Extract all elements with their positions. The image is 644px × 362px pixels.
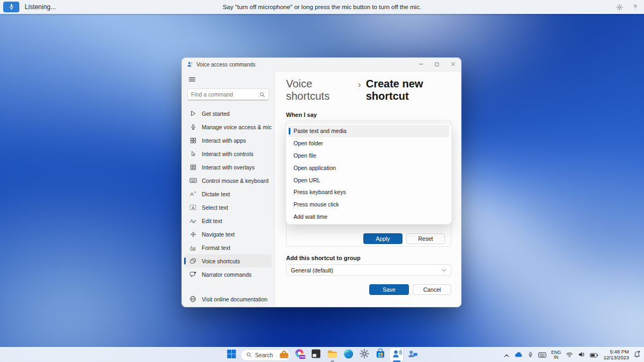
help-icon[interactable] <box>632 4 639 11</box>
taskbar-app-snipping-app[interactable] <box>310 348 323 361</box>
tray-icon-onedrive-cloud[interactable] <box>514 350 523 360</box>
tray-icon-chevron-up[interactable] <box>504 350 509 360</box>
voice-hint-text: Say "turn off microphone" or long press … <box>223 4 421 10</box>
window-title: Voice access commands <box>196 62 255 68</box>
dropdown-option-press-keyboard-keys[interactable]: Press keyboard keys <box>288 186 449 198</box>
svg-text:PRE: PRE <box>301 356 305 358</box>
action-type-dropdown: Paste text and media Open folder Open fi… <box>286 123 452 225</box>
selection-indicator <box>289 128 290 135</box>
titlebar[interactable]: Voice access commands <box>182 58 461 71</box>
cancel-button[interactable]: Cancel <box>413 284 451 295</box>
chevron-up-icon <box>504 350 509 360</box>
reset-button[interactable]: Reset <box>406 233 445 244</box>
breadcrumb-parent[interactable]: Voice shortcuts <box>286 78 353 102</box>
maximize-button[interactable] <box>429 58 445 71</box>
svg-text:A: A <box>192 205 194 210</box>
sidebar-item-voice-shortcuts[interactable]: Voice shortcuts <box>185 254 272 268</box>
chevron-down-icon <box>442 269 447 272</box>
sidebar-item-control-mouse-keyboard[interactable]: Control mouse & keyboard <box>185 174 272 187</box>
tray-icon-wifi[interactable] <box>566 350 573 360</box>
dropdown-option-paste-text-and-media[interactable]: Paste text and media <box>288 125 449 137</box>
save-button[interactable]: Save <box>369 284 409 295</box>
voice-access-commands-window: Voice access commands Get started <box>181 57 462 307</box>
microphone-icon <box>9 2 14 12</box>
navigate-icon <box>189 231 197 238</box>
dropdown-option-open-application[interactable]: Open application <box>288 161 449 174</box>
tray-icon-battery[interactable] <box>590 350 598 360</box>
close-button[interactable] <box>445 58 461 71</box>
search-icon <box>246 352 252 358</box>
taskbar-app-voice-access-app[interactable] <box>390 348 404 361</box>
notification-center-button[interactable] <box>634 350 640 360</box>
sidebar-item-interact-with-overlays[interactable]: Interact with overlays <box>185 160 272 174</box>
dropdown-option-open-folder[interactable]: Open folder <box>288 137 449 150</box>
sidebar-item-select-text[interactable]: A Select text <box>185 201 272 214</box>
sidebar-footer-item-download-local-copy[interactable]: Download local copy <box>185 306 272 307</box>
taskbar-app-paint-app[interactable]: PRE <box>294 348 307 361</box>
microphone-button[interactable] <box>3 2 19 12</box>
language-switcher[interactable]: ENG IN <box>551 350 561 360</box>
taskbar: Search PRE <box>0 347 644 362</box>
play-icon <box>189 110 197 117</box>
clock[interactable]: 5:48 PM 12/13/2023 <box>603 349 629 360</box>
dropdown-option-open-url[interactable]: Open URL <box>288 174 449 186</box>
taskbar-search[interactable]: Search <box>240 349 290 361</box>
tray-icon-touch-keyboard[interactable] <box>538 350 546 360</box>
briefcase-icon <box>280 351 289 359</box>
gear-icon[interactable] <box>616 4 623 11</box>
taskbar-app-microsoft-store[interactable] <box>374 348 387 361</box>
search-input[interactable] <box>191 91 259 98</box>
close-icon <box>450 60 456 69</box>
sidebar-item-interact-with-controls[interactable]: Interact with controls <box>185 147 272 160</box>
command-search-box[interactable] <box>187 88 269 100</box>
sidebar-item-narrator-commands[interactable]: Narrator commands <box>185 268 272 281</box>
wifi-icon <box>566 350 573 360</box>
page-title: Create new shortcut <box>366 78 461 102</box>
tray-icon-microphone-tray[interactable] <box>528 350 533 360</box>
shortcuts-icon <box>189 257 197 264</box>
dropdown-option-press-mouse-click[interactable]: Press mouse click <box>288 198 449 211</box>
listening-status: Listening... <box>25 3 56 11</box>
group-select[interactable]: General (default) <box>286 264 451 276</box>
keyboard-icon <box>189 178 197 183</box>
taskbar-app-file-explorer[interactable] <box>326 348 339 361</box>
settings-app-icon <box>360 349 370 361</box>
edit-pencil-icon: A <box>189 217 197 224</box>
sidebar-item-manage-voice-access-mic[interactable]: Manage voice access & mic <box>185 120 272 134</box>
breadcrumb-separator: › <box>358 79 361 90</box>
sidebar-item-interact-with-apps[interactable]: Interact with apps <box>185 134 272 147</box>
selection-indicator <box>184 257 186 264</box>
volume-icon <box>578 350 585 360</box>
windows-start-icon <box>226 349 236 361</box>
taskbar-app-get-help-app[interactable] <box>406 348 420 361</box>
time: 5:48 PM <box>603 349 629 355</box>
svg-text:a: a <box>193 246 195 250</box>
search-label: Search <box>255 352 273 358</box>
hamburger-menu-icon[interactable] <box>188 76 196 83</box>
apply-button[interactable]: Apply <box>363 233 402 244</box>
sidebar-item-dictate-text[interactable]: A Dictate text <box>185 187 272 201</box>
sidebar-footer-item-visit-online-documentation[interactable]: Visit online documentation <box>185 292 272 306</box>
dropdown-option-add-wait-time[interactable]: Add wait time <box>288 211 449 223</box>
snipping-app-icon <box>311 349 321 361</box>
sidebar-item-navigate-text[interactable]: Navigate text <box>185 227 272 241</box>
breadcrumb: Voice shortcuts › Create new shortcut <box>286 78 461 102</box>
battery-icon <box>590 350 598 360</box>
date: 12/13/2023 <box>603 355 629 361</box>
sidebar-item-get-started[interactable]: Get started <box>185 107 272 120</box>
start-button[interactable] <box>224 348 238 361</box>
onedrive-cloud-icon <box>514 350 523 360</box>
notification-bell-icon <box>634 350 640 360</box>
minimize-button[interactable] <box>413 58 429 71</box>
search-icon <box>259 92 265 98</box>
sidebar-item-edit-text[interactable]: A Edit text <box>185 214 272 227</box>
microphone-tray-icon <box>528 350 533 360</box>
tray-icon-volume[interactable] <box>578 350 585 360</box>
sidebar-item-format-text[interactable]: Aa Format text <box>185 241 272 254</box>
grid-overlays-icon <box>189 164 197 171</box>
taskbar-app-settings-app[interactable] <box>358 348 371 361</box>
taskbar-app-edge-browser[interactable] <box>342 348 355 361</box>
mic-icon <box>189 124 197 130</box>
dropdown-option-open-file[interactable]: Open file <box>288 150 449 162</box>
get-help-app-icon <box>407 349 418 361</box>
